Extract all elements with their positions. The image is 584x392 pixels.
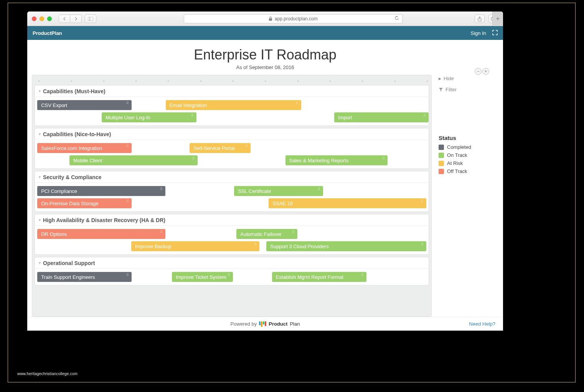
zoom-window-button[interactable] <box>47 16 52 21</box>
bar-label: DR Options <box>41 231 67 237</box>
chevron-right-icon <box>74 17 78 21</box>
bar-label: Email Integration <box>170 102 207 108</box>
roadmap-bar[interactable]: CSV Export⠿ <box>37 100 132 110</box>
chevron-left-icon <box>63 17 66 21</box>
roadmap-bar[interactable]: Support 3 Cloud Providers⠿ <box>266 241 426 251</box>
lock-icon <box>269 16 272 21</box>
nav-forward-button[interactable] <box>70 15 82 23</box>
roadmap-bar[interactable]: DR Options⠿ <box>37 229 165 239</box>
timeline-tick <box>71 81 72 82</box>
timeline-tick <box>330 81 331 82</box>
roadmap-bar[interactable]: Email Integration⠿ <box>166 100 301 110</box>
lane: ▾Capabilities (Nice-to-Have)SalesForce.c… <box>35 128 429 169</box>
lane-title: Security & Compliance <box>43 174 102 180</box>
close-window-button[interactable] <box>32 16 36 21</box>
lane-header[interactable]: ▾Capabilities (Must-Have) <box>35 86 429 97</box>
drag-grip-icon: ⠿ <box>421 242 424 246</box>
roadmap-bar[interactable]: Mobile Client⠿ <box>69 155 197 165</box>
lane-row: CSV Export⠿Email Integration⠿ <box>35 99 429 111</box>
bar-label: Improve Backup <box>135 244 171 249</box>
legend-swatch <box>439 145 444 150</box>
zoom-in-button[interactable]: + <box>482 68 489 75</box>
app-brand: ProductPlan <box>33 30 62 36</box>
new-tab-button[interactable]: + <box>492 12 503 26</box>
timeline-tick <box>135 81 137 82</box>
lane-header[interactable]: ▾Operational Support <box>35 257 429 269</box>
productplan-logo[interactable]: ProductPlan <box>259 321 300 327</box>
hide-toggle[interactable]: ▶ Hide <box>439 76 495 81</box>
title-block: Enterprise IT Roadmap As of September 08… <box>27 40 503 72</box>
logo-text-2: Plan <box>290 321 300 327</box>
sidebar-toggle-button[interactable] <box>85 15 96 23</box>
lane-body: CSV Export⠿Email Integration⠿Multiple Us… <box>35 97 429 125</box>
chevron-down-icon: ▾ <box>39 89 41 93</box>
roadmap-bar[interactable]: Self-Service Portal⠿ <box>190 143 251 153</box>
roadmap-bar[interactable]: Import⠿ <box>334 112 429 122</box>
roadmap-bar[interactable]: SalesForce.com Integration⠿ <box>37 143 132 153</box>
roadmap-bar[interactable]: SSL Certificate⠿ <box>234 186 323 196</box>
filter-toggle[interactable]: Filter <box>439 87 495 92</box>
roadmap-bar[interactable]: Multiple User Log-In⠿ <box>102 112 196 122</box>
signin-link[interactable]: Sign In <box>471 30 486 36</box>
lane-title: Operational Support <box>43 260 95 266</box>
lane-row: Multiple User Log-In⠿Import⠿ <box>35 112 429 123</box>
roadmap-bar[interactable]: Train Support Engineers⠿ <box>37 272 132 282</box>
roadmap-bar[interactable]: On-Premise Data Storage⠿ <box>37 198 132 208</box>
lane-row: SalesForce.com Integration⠿Self-Service … <box>35 142 429 154</box>
drag-grip-icon: ⠿ <box>228 273 231 277</box>
app-header: ProductPlan Sign In <box>27 26 503 40</box>
caret-right-icon: ▶ <box>439 77 441 81</box>
legend-label: At Risk <box>447 160 463 166</box>
lane-row: Train Support Engineers⠿Improve Ticket S… <box>35 271 429 283</box>
reload-button[interactable] <box>394 16 399 21</box>
roadmap-bar[interactable]: Improve Ticket System⠿ <box>172 272 233 282</box>
legend-label: On Track <box>447 152 467 158</box>
address-bar[interactable]: app.productplan.com <box>184 14 403 23</box>
minimize-window-button[interactable] <box>40 16 44 21</box>
hide-label: Hide <box>444 76 454 81</box>
roadmap-bar[interactable]: Establish Mgmt Report Format⠿ <box>272 272 366 282</box>
roadmap-bar[interactable]: Automatic Failover⠿ <box>236 229 297 239</box>
bar-label: Multiple User Log-In <box>106 115 150 120</box>
lane-title: Capabilities (Must-Have) <box>43 88 106 94</box>
zoom-out-button[interactable]: − <box>475 68 482 75</box>
fullscreen-button[interactable] <box>492 30 498 36</box>
nav-back-forward <box>59 15 82 23</box>
legend-title: Status <box>439 135 495 141</box>
bar-label: SalesForce.com Integration <box>41 145 102 151</box>
bar-label: Automatic Failover <box>240 231 282 237</box>
zoom-controls: − + <box>475 68 489 75</box>
legend-item: Off Track <box>439 168 495 174</box>
drag-grip-icon: ⠿ <box>421 199 424 203</box>
drag-grip-icon: ⠿ <box>423 114 426 117</box>
bar-label: Sales & Marketing Reports <box>289 158 349 163</box>
roadmap-bar[interactable]: Improve Backup⠿ <box>131 241 259 251</box>
lane-header[interactable]: ▾High Availability & Disaster Recovery (… <box>35 214 429 226</box>
powered-by-label: Powered by <box>231 321 257 327</box>
lane-body: SalesForce.com Integration⠿Self-Service … <box>35 140 429 168</box>
timeline-tick <box>427 81 428 82</box>
bar-label: PCI Compliance <box>41 188 77 194</box>
lane: ▾Security & CompliancePCI Compliance⠿SSL… <box>35 171 429 212</box>
share-button[interactable] <box>475 15 485 23</box>
timeline-tick <box>103 81 104 82</box>
drag-grip-icon: ⠿ <box>126 273 129 277</box>
lane-header[interactable]: ▾Capabilities (Nice-to-Have) <box>35 128 429 140</box>
timeline-tick <box>265 81 266 82</box>
legend-item: Completed <box>439 144 495 150</box>
roadmap-bar[interactable]: SSAE 16⠿ <box>269 198 426 208</box>
side-column: ▶ Hide Filter Status CompletedOn TrackAt… <box>437 75 498 317</box>
nav-back-button[interactable] <box>59 15 70 23</box>
lane: ▾High Availability & Disaster Recovery (… <box>35 214 429 255</box>
lane-header[interactable]: ▾Security & Compliance <box>35 171 429 183</box>
timeline-tick <box>200 81 201 82</box>
roadmap-bar[interactable]: PCI Compliance⠿ <box>37 186 165 196</box>
roadmap-bar[interactable]: Sales & Marketing Reports⠿ <box>285 155 388 165</box>
timeline-tick <box>362 81 363 82</box>
asof-text: As of September 08, 2016 <box>27 64 503 70</box>
address-url: app.productplan.com <box>275 16 318 21</box>
need-help-link[interactable]: Need Help? <box>469 321 495 327</box>
bar-label: Train Support Engineers <box>41 274 95 280</box>
drag-grip-icon: ⠿ <box>361 273 364 277</box>
page-body: Enterprise IT Roadmap As of September 08… <box>27 40 503 331</box>
